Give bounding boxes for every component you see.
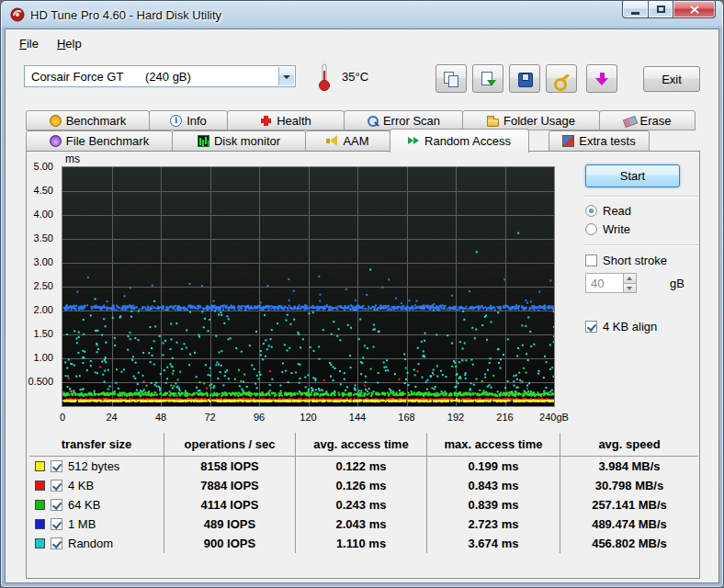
write-radio[interactable] — [585, 223, 597, 235]
series-checkbox[interactable] — [51, 460, 62, 472]
y-axis-tick: 3.50 — [34, 232, 53, 243]
tab-folder-usage[interactable]: Folder Usage — [462, 110, 600, 130]
tab-benchmark[interactable]: Benchmark — [26, 110, 150, 130]
y-axis-tick: 5.00 — [34, 161, 53, 172]
options-button[interactable] — [546, 64, 577, 93]
cell-speed: 489.474 MB/s — [560, 514, 698, 534]
short-stroke-checkbox[interactable] — [585, 254, 597, 266]
magnifier-icon — [367, 115, 379, 127]
copy-text-button[interactable] — [472, 64, 503, 93]
cell-max: 2.723 ms — [427, 514, 560, 534]
cell-ops: 489 IOPS — [164, 514, 296, 534]
header-avg-speed: avg. speed — [560, 433, 698, 457]
maximize-button[interactable] — [649, 1, 673, 18]
row-label-1-mb: 1 MB — [29, 514, 164, 534]
series-color-swatch — [35, 538, 45, 548]
y-axis-tick: 4.00 — [34, 209, 53, 220]
row-label-512-bytes: 512 bytes — [29, 457, 164, 476]
spinner-down-button[interactable] — [623, 283, 636, 293]
cell-ops: 900 IOPS — [164, 534, 296, 553]
tab-file-benchmark[interactable]: File Benchmark — [26, 130, 173, 152]
info-icon — [170, 115, 182, 127]
x-axis: 024487296120144168192216240gB — [62, 412, 554, 424]
eraser-icon — [624, 115, 636, 127]
align-option[interactable]: 4 KB align — [585, 320, 657, 334]
align-checkbox[interactable] — [585, 321, 597, 333]
y-axis-tick: 0.500 — [28, 376, 53, 387]
y-axis-unit: ms — [65, 153, 80, 165]
close-button[interactable] — [673, 1, 716, 18]
series-checkbox[interactable] — [51, 518, 62, 530]
random-access-icon — [408, 135, 420, 147]
cell-avg: 1.110 ms — [296, 534, 427, 553]
key-icon — [553, 72, 570, 86]
capture-button[interactable] — [586, 64, 617, 93]
series-color-swatch — [35, 500, 45, 510]
read-radio[interactable] — [585, 205, 597, 217]
y-axis-tick: 1.00 — [34, 352, 53, 363]
divider — [584, 244, 698, 246]
short-stroke-size-spinner — [585, 273, 637, 293]
tab-health[interactable]: Health — [227, 110, 345, 130]
header-max-access: max. access time — [427, 433, 560, 457]
tab-info[interactable]: Info — [149, 110, 228, 130]
cell-avg: 0.243 ms — [296, 495, 427, 514]
tab-extra-tests[interactable]: Extra tests — [549, 130, 650, 152]
drive-select[interactable]: Corsair Force GT (240 gB) — [24, 65, 296, 87]
cell-avg: 2.043 ms — [296, 514, 427, 534]
cell-speed: 257.141 MB/s — [560, 495, 698, 514]
row-label-64-kb: 64 KB — [29, 495, 164, 514]
maximize-icon — [657, 6, 665, 13]
tab-erase[interactable]: Erase — [599, 110, 696, 130]
start-button[interactable]: Start — [585, 164, 680, 187]
copy-screenshot-button[interactable] — [436, 64, 467, 93]
short-stroke-size-input[interactable] — [586, 274, 623, 292]
menu-file[interactable]: File — [11, 34, 47, 53]
series-checkbox[interactable] — [51, 537, 62, 549]
exit-button[interactable]: Exit — [643, 66, 700, 92]
menu-bar: File Help — [7, 32, 90, 54]
read-option[interactable]: Read — [585, 204, 631, 218]
cell-avg: 0.122 ms — [296, 457, 427, 476]
series-checkbox[interactable] — [51, 499, 62, 511]
extra-tests-icon — [562, 135, 574, 147]
tab-aam[interactable]: AAM — [305, 130, 390, 152]
thermometer-icon — [318, 62, 331, 92]
minimize-button[interactable] — [622, 1, 649, 18]
series-checkbox[interactable] — [51, 480, 62, 492]
tab-disk-monitor[interactable]: Disk monitor — [172, 130, 306, 152]
minimize-icon — [631, 12, 639, 15]
tab-random-access[interactable]: Random Access — [390, 129, 529, 153]
row-label-random: Random — [29, 534, 164, 553]
x-axis-tick: 168 — [389, 412, 425, 423]
copy-text-icon — [480, 72, 496, 86]
window-title: HD Tune Pro 4.60 - Hard Disk Utility — [30, 8, 221, 22]
speaker-icon — [326, 135, 338, 147]
chevron-down-icon[interactable] — [278, 67, 294, 85]
x-axis-tick: 24 — [94, 412, 130, 423]
header-transfer-size: transfer size — [29, 433, 164, 457]
cell-speed: 456.802 MB/s — [560, 534, 698, 553]
short-stroke-option[interactable]: Short stroke — [585, 254, 667, 267]
series-color-swatch — [35, 519, 45, 529]
spinner-up-button[interactable] — [623, 274, 636, 283]
cell-ops: 7884 IOPS — [164, 476, 296, 495]
cell-max: 0.199 ms — [427, 457, 560, 476]
tab-bar: Benchmark Info Health Error Scan Folder … — [26, 110, 700, 151]
menu-help[interactable]: Help — [49, 34, 90, 53]
y-axis: 5.004.504.003.503.002.502.001.501.000.50… — [27, 167, 58, 406]
cell-ops: 4114 IOPS — [164, 495, 296, 514]
tab-error-scan[interactable]: Error Scan — [344, 110, 463, 130]
app-icon — [10, 7, 25, 22]
cell-max: 0.839 ms — [427, 495, 560, 514]
x-axis-tick: 72 — [192, 412, 229, 423]
save-button[interactable] — [509, 64, 540, 93]
x-axis-tick: 192 — [437, 412, 474, 423]
y-axis-tick: 4.50 — [34, 185, 53, 196]
tab-row-2: File Benchmark Disk monitor AAM Random A… — [26, 130, 700, 151]
folder-icon — [487, 119, 499, 127]
results-table: transfer size operations / sec avg. acce… — [29, 433, 698, 553]
titlebar: HD Tune Pro 4.60 - Hard Disk Utility — [1, 1, 723, 28]
series-color-swatch — [35, 481, 45, 491]
write-option[interactable]: Write — [585, 222, 630, 236]
